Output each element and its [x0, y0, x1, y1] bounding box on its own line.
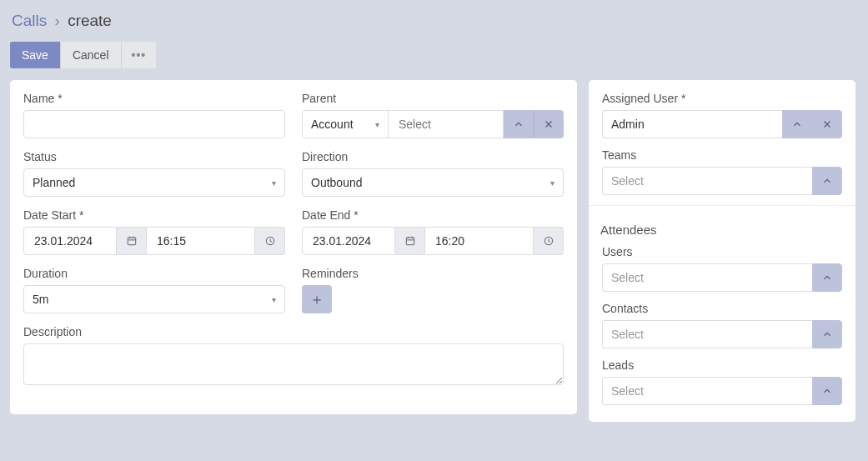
- caret-down-icon: ▾: [272, 178, 276, 188]
- teams-box[interactable]: Select: [602, 167, 812, 195]
- description-textarea[interactable]: [23, 343, 564, 385]
- parent-label: Parent: [302, 92, 564, 105]
- plus-icon: ＋: [309, 289, 324, 309]
- main-panel: Name * Parent Account ▾: [10, 80, 577, 414]
- date-end-time-input[interactable]: [434, 233, 524, 248]
- teams-placeholder: Select: [611, 174, 644, 188]
- name-input[interactable]: [33, 111, 276, 138]
- assigned-user-label: Assigned User *: [602, 92, 842, 105]
- leads-label: Leads: [602, 358, 842, 372]
- close-icon: [821, 118, 833, 130]
- reminders-label: Reminders: [302, 267, 564, 280]
- chevron-up-icon: [513, 118, 524, 130]
- date-end-date-picker-button[interactable]: [395, 227, 425, 255]
- parent-input-wrapper: [389, 110, 504, 138]
- leads-select-button[interactable]: [812, 377, 842, 405]
- parent-type-value: Account: [311, 118, 354, 131]
- side-panel: Assigned User * Admin Teams Select: [589, 80, 855, 422]
- caret-down-icon: ▾: [272, 295, 276, 304]
- parent-clear-button[interactable]: [534, 110, 564, 138]
- date-start-label: Date Start *: [23, 208, 285, 222]
- chevron-up-icon: [791, 118, 803, 130]
- date-start-time-picker-button[interactable]: [255, 227, 285, 255]
- duration-select[interactable]: 5m ▾: [23, 285, 285, 313]
- teams-select-button[interactable]: [812, 167, 842, 195]
- cancel-button[interactable]: Cancel: [60, 42, 121, 68]
- chevron-up-icon: [821, 272, 833, 283]
- save-button[interactable]: Save: [10, 42, 60, 68]
- svg-line-15: [549, 241, 550, 242]
- users-select-button[interactable]: [812, 263, 842, 292]
- assigned-user-select-button[interactable]: [782, 110, 812, 138]
- parent-input[interactable]: [397, 117, 494, 132]
- breadcrumb-current: create: [68, 12, 112, 29]
- breadcrumb-module-link[interactable]: Calls: [12, 12, 47, 29]
- leads-placeholder: Select: [611, 384, 644, 398]
- svg-line-8: [270, 241, 272, 242]
- date-start-date-picker-button[interactable]: [117, 227, 147, 255]
- breadcrumb-separator: ›: [55, 12, 60, 29]
- assigned-user-value: Admin: [611, 118, 645, 131]
- status-label: Status: [23, 150, 285, 163]
- more-actions-button[interactable]: •••: [121, 42, 157, 68]
- users-placeholder: Select: [611, 271, 644, 284]
- parent-type-select[interactable]: Account ▾: [302, 110, 389, 138]
- name-input-wrapper: [23, 110, 285, 138]
- chevron-up-icon: [821, 175, 833, 187]
- contacts-label: Contacts: [602, 302, 842, 315]
- assigned-user-clear-button[interactable]: [812, 110, 842, 138]
- attendees-section-title: Attendees: [600, 223, 842, 237]
- clock-icon: [264, 235, 276, 247]
- date-start-date-input[interactable]: [33, 233, 108, 248]
- status-value: Planned: [33, 176, 75, 189]
- chevron-up-icon: [821, 328, 833, 340]
- svg-rect-2: [128, 238, 135, 245]
- clock-icon: [543, 235, 554, 247]
- date-end-date-input[interactable]: [311, 233, 386, 248]
- contacts-box[interactable]: Select: [602, 320, 812, 348]
- parent-select-button[interactable]: [504, 110, 534, 138]
- direction-value: Outbound: [311, 176, 363, 189]
- date-end-label: Date End *: [302, 208, 564, 222]
- status-select[interactable]: Planned ▾: [23, 168, 285, 197]
- calendar-icon: [404, 235, 416, 247]
- name-label: Name *: [23, 92, 285, 105]
- users-box[interactable]: Select: [602, 263, 812, 292]
- duration-label: Duration: [23, 267, 285, 280]
- users-label: Users: [602, 245, 842, 258]
- contacts-select-button[interactable]: [812, 320, 842, 348]
- duration-value: 5m: [33, 293, 48, 306]
- ellipsis-icon: •••: [132, 48, 147, 62]
- contacts-placeholder: Select: [611, 328, 644, 341]
- breadcrumb: Calls › create: [12, 12, 858, 30]
- svg-rect-9: [406, 238, 414, 245]
- direction-label: Direction: [302, 150, 564, 163]
- toolbar: Save Cancel •••: [10, 42, 858, 68]
- direction-select[interactable]: Outbound ▾: [302, 168, 564, 197]
- date-end-time-picker-button[interactable]: [534, 227, 564, 255]
- add-reminder-button[interactable]: ＋: [302, 285, 332, 313]
- date-start-time-input[interactable]: [155, 233, 246, 248]
- description-label: Description: [23, 325, 564, 338]
- assigned-user-box[interactable]: Admin: [602, 110, 782, 138]
- teams-label: Teams: [602, 148, 842, 162]
- chevron-up-icon: [821, 385, 833, 397]
- caret-down-icon: ▾: [550, 178, 554, 188]
- close-icon: [543, 118, 554, 130]
- caret-down-icon: ▾: [375, 120, 379, 129]
- calendar-icon: [126, 235, 138, 247]
- leads-box[interactable]: Select: [602, 377, 812, 405]
